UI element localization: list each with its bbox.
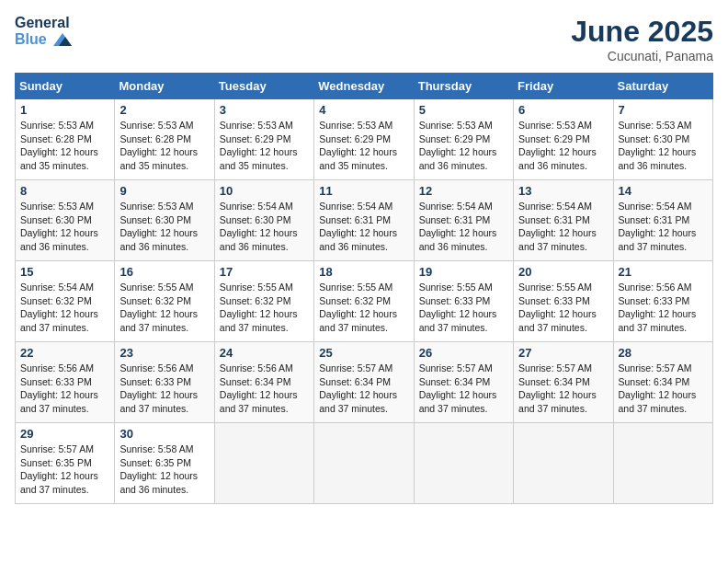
day-number: 7	[619, 103, 708, 117]
day-number: 13	[518, 184, 608, 198]
table-row: 19Sunrise: 5:55 AM Sunset: 6:33 PM Dayli…	[414, 261, 513, 342]
day-number: 25	[319, 346, 408, 360]
day-info: Sunrise: 5:57 AM Sunset: 6:35 PM Dayligh…	[20, 442, 109, 497]
table-row: 8Sunrise: 5:53 AM Sunset: 6:30 PM Daylig…	[16, 180, 115, 261]
day-number: 15	[20, 265, 109, 279]
day-number: 28	[619, 346, 708, 360]
table-row: 7Sunrise: 5:53 AM Sunset: 6:30 PM Daylig…	[613, 99, 712, 180]
table-row	[613, 423, 712, 504]
table-row: 29Sunrise: 5:57 AM Sunset: 6:35 PM Dayli…	[16, 423, 115, 504]
day-number: 1	[20, 103, 109, 117]
day-info: Sunrise: 5:54 AM Sunset: 6:31 PM Dayligh…	[619, 200, 708, 254]
calendar-title: June 2025	[571, 15, 713, 49]
day-number: 11	[319, 184, 408, 198]
calendar-week-row: 29Sunrise: 5:57 AM Sunset: 6:35 PM Dayli…	[16, 423, 713, 504]
table-row: 9Sunrise: 5:53 AM Sunset: 6:30 PM Daylig…	[115, 180, 214, 261]
table-row: 30Sunrise: 5:58 AM Sunset: 6:35 PM Dayli…	[115, 423, 214, 504]
day-number: 4	[319, 103, 408, 117]
day-info: Sunrise: 5:53 AM Sunset: 6:29 PM Dayligh…	[419, 119, 508, 173]
table-row: 4Sunrise: 5:53 AM Sunset: 6:29 PM Daylig…	[314, 99, 414, 180]
header-thursday: Thursday	[414, 74, 513, 99]
day-info: Sunrise: 5:55 AM Sunset: 6:32 PM Dayligh…	[220, 281, 309, 335]
table-row: 6Sunrise: 5:53 AM Sunset: 6:29 PM Daylig…	[514, 99, 613, 180]
day-number: 16	[119, 265, 209, 279]
table-row: 21Sunrise: 5:56 AM Sunset: 6:33 PM Dayli…	[613, 261, 712, 342]
header-saturday: Saturday	[613, 74, 712, 99]
calendar-header-row: Sunday Monday Tuesday Wednesday Thursday…	[16, 74, 713, 99]
table-row: 5Sunrise: 5:53 AM Sunset: 6:29 PM Daylig…	[414, 99, 513, 180]
day-number: 8	[20, 184, 109, 198]
header-wednesday: Wednesday	[314, 74, 414, 99]
day-number: 18	[319, 265, 408, 279]
day-info: Sunrise: 5:54 AM Sunset: 6:30 PM Dayligh…	[220, 200, 309, 254]
day-info: Sunrise: 5:57 AM Sunset: 6:34 PM Dayligh…	[419, 362, 508, 416]
title-area: June 2025 Cucunati, Panama	[571, 15, 713, 63]
day-number: 27	[518, 346, 608, 360]
day-info: Sunrise: 5:53 AM Sunset: 6:29 PM Dayligh…	[319, 119, 408, 173]
day-number: 20	[518, 265, 608, 279]
day-info: Sunrise: 5:53 AM Sunset: 6:28 PM Dayligh…	[119, 119, 209, 173]
day-number: 14	[619, 184, 708, 198]
day-info: Sunrise: 5:54 AM Sunset: 6:31 PM Dayligh…	[419, 200, 508, 254]
table-row: 16Sunrise: 5:55 AM Sunset: 6:32 PM Dayli…	[115, 261, 214, 342]
table-row: 25Sunrise: 5:57 AM Sunset: 6:34 PM Dayli…	[314, 342, 414, 423]
calendar-subtitle: Cucunati, Panama	[571, 49, 713, 63]
day-number: 5	[419, 103, 508, 117]
day-number: 26	[419, 346, 508, 360]
calendar-week-row: 1Sunrise: 5:53 AM Sunset: 6:28 PM Daylig…	[16, 99, 713, 180]
header-friday: Friday	[514, 74, 613, 99]
day-info: Sunrise: 5:53 AM Sunset: 6:30 PM Dayligh…	[20, 200, 109, 254]
day-info: Sunrise: 5:55 AM Sunset: 6:32 PM Dayligh…	[319, 281, 408, 335]
table-row: 18Sunrise: 5:55 AM Sunset: 6:32 PM Dayli…	[314, 261, 414, 342]
table-row	[214, 423, 313, 504]
day-info: Sunrise: 5:53 AM Sunset: 6:29 PM Dayligh…	[518, 119, 608, 173]
header-monday: Monday	[115, 74, 214, 99]
day-info: Sunrise: 5:54 AM Sunset: 6:31 PM Dayligh…	[518, 200, 608, 254]
day-number: 30	[119, 427, 209, 441]
day-info: Sunrise: 5:58 AM Sunset: 6:35 PM Dayligh…	[119, 442, 209, 497]
day-info: Sunrise: 5:57 AM Sunset: 6:34 PM Dayligh…	[518, 362, 608, 416]
day-number: 6	[518, 103, 608, 117]
table-row: 3Sunrise: 5:53 AM Sunset: 6:29 PM Daylig…	[214, 99, 313, 180]
header-tuesday: Tuesday	[214, 74, 313, 99]
day-info: Sunrise: 5:55 AM Sunset: 6:33 PM Dayligh…	[518, 281, 608, 335]
day-info: Sunrise: 5:53 AM Sunset: 6:30 PM Dayligh…	[619, 119, 708, 173]
table-row: 11Sunrise: 5:54 AM Sunset: 6:31 PM Dayli…	[314, 180, 414, 261]
logo: General Blue	[15, 15, 73, 47]
day-number: 23	[119, 346, 209, 360]
table-row: 20Sunrise: 5:55 AM Sunset: 6:33 PM Dayli…	[514, 261, 613, 342]
day-info: Sunrise: 5:53 AM Sunset: 6:28 PM Dayligh…	[20, 119, 109, 173]
table-row: 15Sunrise: 5:54 AM Sunset: 6:32 PM Dayli…	[16, 261, 115, 342]
table-row: 26Sunrise: 5:57 AM Sunset: 6:34 PM Dayli…	[414, 342, 513, 423]
calendar-table: Sunday Monday Tuesday Wednesday Thursday…	[15, 73, 713, 504]
table-row	[314, 423, 414, 504]
table-row: 22Sunrise: 5:56 AM Sunset: 6:33 PM Dayli…	[16, 342, 115, 423]
day-info: Sunrise: 5:54 AM Sunset: 6:32 PM Dayligh…	[20, 281, 109, 335]
day-number: 24	[220, 346, 309, 360]
day-number: 12	[419, 184, 508, 198]
page-header: General Blue June 2025 Cucunati, Panama	[15, 15, 713, 63]
day-info: Sunrise: 5:56 AM Sunset: 6:33 PM Dayligh…	[619, 281, 708, 335]
table-row: 28Sunrise: 5:57 AM Sunset: 6:34 PM Dayli…	[613, 342, 712, 423]
day-info: Sunrise: 5:53 AM Sunset: 6:29 PM Dayligh…	[220, 119, 309, 173]
day-info: Sunrise: 5:55 AM Sunset: 6:33 PM Dayligh…	[419, 281, 508, 335]
day-info: Sunrise: 5:57 AM Sunset: 6:34 PM Dayligh…	[319, 362, 408, 416]
calendar-week-row: 15Sunrise: 5:54 AM Sunset: 6:32 PM Dayli…	[16, 261, 713, 342]
day-number: 21	[619, 265, 708, 279]
day-number: 29	[20, 427, 109, 441]
day-number: 22	[20, 346, 109, 360]
table-row: 24Sunrise: 5:56 AM Sunset: 6:34 PM Dayli…	[214, 342, 313, 423]
day-info: Sunrise: 5:57 AM Sunset: 6:34 PM Dayligh…	[619, 362, 708, 416]
day-info: Sunrise: 5:56 AM Sunset: 6:33 PM Dayligh…	[20, 362, 109, 416]
table-row: 17Sunrise: 5:55 AM Sunset: 6:32 PM Dayli…	[214, 261, 313, 342]
table-row: 13Sunrise: 5:54 AM Sunset: 6:31 PM Dayli…	[514, 180, 613, 261]
day-info: Sunrise: 5:55 AM Sunset: 6:32 PM Dayligh…	[119, 281, 209, 335]
day-number: 17	[220, 265, 309, 279]
day-number: 19	[419, 265, 508, 279]
table-row: 14Sunrise: 5:54 AM Sunset: 6:31 PM Dayli…	[613, 180, 712, 261]
day-number: 2	[119, 103, 209, 117]
day-number: 3	[220, 103, 309, 117]
day-info: Sunrise: 5:54 AM Sunset: 6:31 PM Dayligh…	[319, 200, 408, 254]
table-row: 2Sunrise: 5:53 AM Sunset: 6:28 PM Daylig…	[115, 99, 214, 180]
table-row	[514, 423, 613, 504]
